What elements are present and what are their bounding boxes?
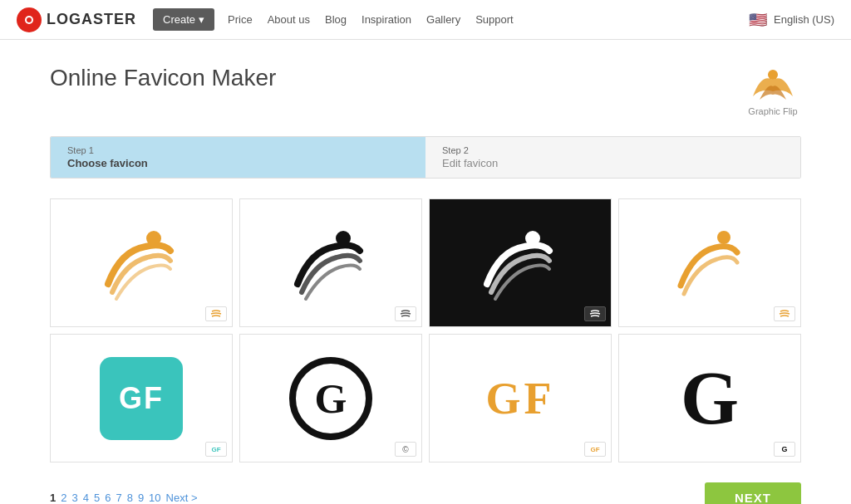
page-9[interactable]: 9 — [138, 492, 144, 504]
page-header: Online Favicon Maker Graphic Flip — [50, 65, 801, 116]
nav-gallery[interactable]: Gallery — [426, 13, 460, 26]
language-label[interactable]: English (US) — [774, 13, 834, 26]
card-badge-2 — [395, 306, 416, 321]
page-8[interactable]: 8 — [127, 492, 133, 504]
card-badge-6: © — [395, 442, 416, 457]
logo-card-5[interactable]: GF GF — [50, 334, 233, 462]
svg-point-7 — [717, 231, 730, 244]
nav-right: 🇺🇸 English (US) — [749, 11, 834, 29]
logo-card-6[interactable]: G © — [239, 334, 422, 462]
step-2-number: Step 2 — [442, 145, 784, 155]
swish-white-icon — [475, 226, 566, 301]
pagination: 1 2 3 4 5 6 7 8 9 10 Next > — [50, 492, 198, 504]
logo-card-3[interactable] — [429, 198, 612, 327]
card-badge-8: G — [774, 442, 795, 457]
swish-orange-icon — [96, 226, 187, 301]
logo-card-7[interactable]: GF GF — [429, 334, 612, 462]
nav-price[interactable]: Price — [228, 13, 253, 26]
steps-bar: Step 1 Choose favicon Step 2 Edit favico… — [50, 136, 801, 179]
graphic-flip-label: Graphic Flip — [748, 106, 797, 116]
svg-point-3 — [768, 70, 778, 80]
logo-card-2[interactable] — [239, 198, 422, 327]
page-title: Online Favicon Maker — [50, 65, 276, 91]
g-circle-logo: G — [289, 357, 372, 440]
next-button[interactable]: NEXT — [705, 482, 801, 504]
page-7[interactable]: 7 — [116, 492, 121, 504]
nav-inspiration[interactable]: Inspiration — [362, 13, 411, 26]
svg-point-2 — [27, 17, 32, 22]
g-black-logo: G — [681, 361, 739, 436]
page-10[interactable]: 10 — [149, 492, 160, 504]
logo-card-4[interactable] — [618, 198, 801, 327]
step-1-number: Step 1 — [67, 145, 409, 155]
logo-card-1[interactable] — [50, 198, 233, 327]
card-badge-5: GF — [205, 442, 227, 457]
logo-icon — [17, 7, 42, 32]
main-content: Online Favicon Maker Graphic Flip Step 1… — [0, 40, 851, 504]
gf-orange-logo: GF — [486, 373, 555, 424]
nav-about[interactable]: About us — [268, 13, 310, 26]
page-3[interactable]: 3 — [71, 492, 77, 504]
logo-card-8[interactable]: G G — [618, 334, 801, 462]
page-1[interactable]: 1 — [50, 492, 56, 504]
pagination-row: 1 2 3 4 5 6 7 8 9 10 Next > NEXT — [50, 482, 801, 504]
page-4[interactable]: 4 — [83, 492, 89, 504]
card-badge-7: GF — [584, 442, 606, 457]
card-badge-3 — [584, 306, 606, 321]
nav-support[interactable]: Support — [475, 13, 514, 26]
swish-orange2-icon — [664, 226, 755, 301]
navbar: LOGASTER Create ▾ Price About us Blog In… — [0, 0, 851, 40]
flag-icon: 🇺🇸 — [749, 11, 767, 29]
card-badge-4 — [774, 306, 795, 321]
page-6[interactable]: 6 — [105, 492, 111, 504]
step-1[interactable]: Step 1 Choose favicon — [51, 137, 426, 178]
graphic-flip-logo-icon — [745, 65, 801, 105]
logo-grid: GF GF G © GF GF G G — [50, 198, 801, 462]
page-next[interactable]: Next > — [166, 492, 198, 504]
nav-links: Price About us Blog Inspiration Gallery … — [228, 13, 514, 26]
gf-teal-logo: GF — [100, 357, 183, 440]
step-2[interactable]: Step 2 Edit favicon — [426, 137, 800, 178]
swish-black-icon — [285, 226, 376, 301]
create-button[interactable]: Create ▾ — [153, 8, 214, 31]
nav-blog[interactable]: Blog — [325, 13, 347, 26]
card-badge-1 — [205, 306, 227, 321]
page-2[interactable]: 2 — [61, 492, 66, 504]
step-1-label: Choose favicon — [67, 157, 409, 169]
graphic-flip: Graphic Flip — [745, 65, 801, 116]
brand-name: LOGASTER — [47, 11, 136, 28]
logo-area: LOGASTER — [17, 7, 136, 32]
step-2-label: Edit favicon — [442, 157, 784, 169]
page-5[interactable]: 5 — [94, 492, 100, 504]
